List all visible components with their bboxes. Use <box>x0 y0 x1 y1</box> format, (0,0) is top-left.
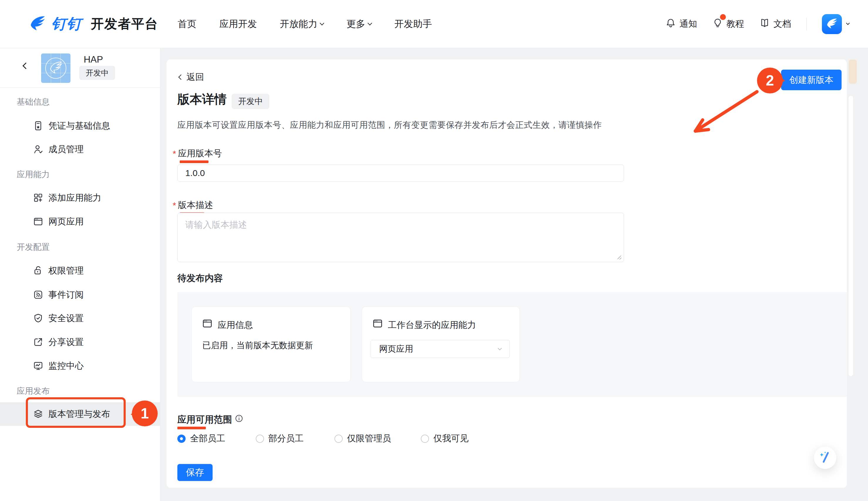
nav-more[interactable]: 更多 <box>347 18 372 31</box>
brand-name: 钉钉 <box>51 14 82 34</box>
annotation-step1-box <box>26 397 126 428</box>
resize-handle-icon[interactable] <box>615 253 622 262</box>
right-edge-peek-strip <box>849 96 853 376</box>
scope-label: 应用可用范围 <box>177 414 243 426</box>
nav-app-development[interactable]: 应用开发 <box>219 18 257 31</box>
book-icon <box>759 18 770 30</box>
radio-icon <box>421 435 429 443</box>
info-icon[interactable] <box>235 414 243 425</box>
annotation-underline <box>177 427 206 429</box>
platform-logo[interactable]: 钉钉 开发者平台 <box>28 14 158 34</box>
annotation-arrow <box>687 84 766 139</box>
dingtalk-developer-platform: { "required_mark": "*", "header": { "bra… <box>0 0 868 501</box>
annotation-underline <box>180 160 208 163</box>
sidebar-item-web-app[interactable]: 网页应用 <box>0 212 160 231</box>
collapse-back-icon[interactable] <box>23 63 29 70</box>
bell-icon <box>666 18 676 30</box>
version-desc-textarea[interactable] <box>177 213 624 262</box>
member-icon <box>33 144 43 154</box>
app-icon <box>41 53 70 83</box>
status-badge: 开发中 <box>232 94 269 109</box>
nav-home[interactable]: 首页 <box>178 18 196 31</box>
app-info-card: 应用信息 已启用，当前版本无数据更新 <box>191 307 351 382</box>
chevron-left-icon <box>178 74 184 79</box>
primary-nav: 首页 应用开发 开放能力 更多 开发助手 <box>178 18 432 31</box>
page-title: 版本详情 <box>177 91 227 108</box>
radio-admin-only[interactable]: 仅限管理员 <box>334 433 421 445</box>
pending-content-panel: 应用信息 已启用，当前版本无数据更新 工作台显示的应用能力 网页应用 <box>177 292 847 397</box>
notifications-button[interactable]: 通知 <box>666 18 697 30</box>
browser-window-icon <box>33 216 43 227</box>
required-mark: * <box>173 149 176 159</box>
top-actions: 通知 教程 文档 <box>666 14 849 34</box>
sidebar-section-dev-config: 开发配置 <box>17 242 50 253</box>
app-status-badge: 开发中 <box>79 66 115 80</box>
rss-icon <box>33 289 43 300</box>
tutorial-button[interactable]: 教程 <box>712 18 744 30</box>
radio-partial-staff[interactable]: 部分员工 <box>256 433 334 445</box>
version-desc-label: * 版本描述 <box>173 199 213 211</box>
sidebar-item-add-capability[interactable]: 添加应用能力 <box>0 188 160 207</box>
pending-content-title: 待发布内容 <box>177 272 223 285</box>
sidebar-item-permissions[interactable]: 权限管理 <box>0 261 160 280</box>
brand-suffix: 开发者平台 <box>91 15 158 33</box>
credential-icon <box>33 120 43 131</box>
account-menu[interactable] <box>822 14 849 34</box>
chevron-down-icon <box>498 346 502 350</box>
radio-all-staff[interactable]: 全部员工 <box>177 433 256 445</box>
nav-dev-assistant[interactable]: 开发助手 <box>394 18 432 31</box>
shield-check-icon <box>33 313 43 323</box>
save-button[interactable]: 保存 <box>177 464 212 481</box>
ai-assistant-fab[interactable] <box>814 447 836 469</box>
add-capability-icon <box>33 192 43 203</box>
dingtalk-wing-icon <box>28 14 47 34</box>
workbench-capability-card: 工作台显示的应用能力 网页应用 <box>362 307 520 382</box>
sidebar-item-credentials[interactable]: 凭证与基础信息 <box>0 116 160 136</box>
top-navigation-bar: 钉钉 开发者平台 首页 应用开发 开放能力 更多 开发助手 通知 <box>0 0 868 48</box>
version-number-label: * 应用版本号 <box>173 148 222 160</box>
sidebar-item-members[interactable]: 成员管理 <box>0 140 160 159</box>
radio-icon <box>256 435 264 443</box>
magic-wand-icon <box>818 450 832 465</box>
sidebar-section-basic-info: 基础信息 <box>17 96 50 108</box>
right-edge-peek-card <box>849 60 857 84</box>
scope-options: 全部员工 部分员工 仅限管理员 仅我可见 <box>177 433 469 445</box>
docs-button[interactable]: 文档 <box>759 18 791 30</box>
capability-select[interactable]: 网页应用 <box>371 340 510 358</box>
sidebar-item-monitor-center[interactable]: 监控中心 <box>0 356 160 375</box>
radio-icon <box>334 435 343 443</box>
nav-open-capabilities[interactable]: 开放能力 <box>280 18 323 31</box>
sidebar-item-security[interactable]: 安全设置 <box>0 309 160 328</box>
svg-text:2: 2 <box>766 72 774 89</box>
required-mark: * <box>173 200 176 210</box>
share-icon <box>33 337 43 347</box>
chevron-down-icon <box>320 21 325 25</box>
app-info-status: 已启用，当前版本无数据更新 <box>202 340 313 351</box>
version-number-input[interactable] <box>177 164 624 182</box>
annotation-step1-badge: 1 <box>128 399 158 429</box>
radio-selected-icon <box>177 435 186 443</box>
avatar <box>822 14 842 34</box>
app-sidebar: HAP 开发中 基础信息 凭证与基础信息 成员管理 应用能力 <box>0 48 160 501</box>
monitor-icon <box>33 361 43 371</box>
page-description: 应用版本可设置应用版本号、应用能力和应用可用范围，所有变更需要保存并发布后才会正… <box>177 119 602 131</box>
notification-dot <box>720 14 726 20</box>
chevron-down-icon <box>846 21 850 25</box>
radio-only-me[interactable]: 仅我可见 <box>421 433 469 445</box>
back-link[interactable]: 返回 <box>179 71 204 83</box>
svg-text:1: 1 <box>141 405 149 422</box>
sidebar-section-capabilities: 应用能力 <box>17 169 50 180</box>
unlock-icon <box>33 265 43 276</box>
sidebar-section-release: 应用发布 <box>17 385 50 397</box>
browser-window-icon <box>202 318 213 330</box>
sidebar-app-header: HAP 开发中 <box>0 48 160 87</box>
app-name: HAP <box>84 54 103 65</box>
browser-window-icon <box>372 318 383 330</box>
chevron-down-icon <box>367 21 372 25</box>
sidebar-item-share-settings[interactable]: 分享设置 <box>0 332 160 352</box>
create-version-button[interactable]: 创建新版本 <box>781 70 842 90</box>
sidebar-item-event-subscription[interactable]: 事件订阅 <box>0 285 160 305</box>
